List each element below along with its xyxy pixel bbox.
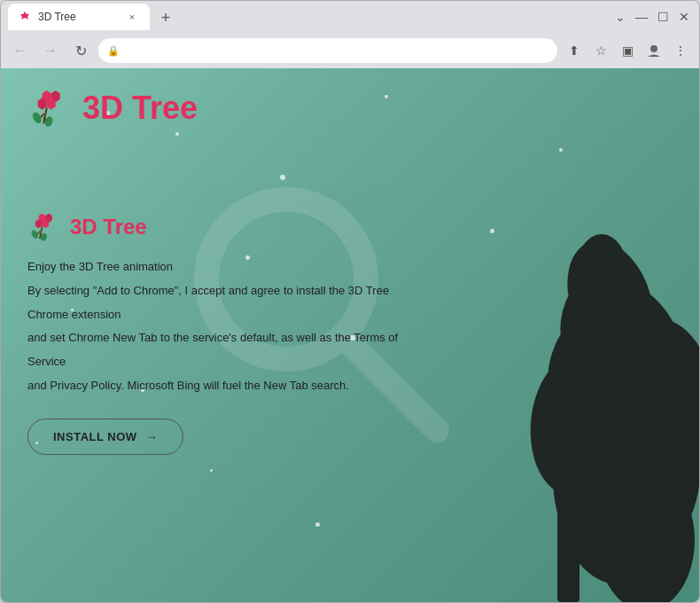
active-tab[interactable]: 3D Tree × <box>8 4 150 30</box>
svg-point-23 <box>31 111 43 125</box>
header-logo-area: 3D Tree <box>27 86 198 130</box>
tree-silhouette <box>451 230 699 602</box>
svg-point-12 <box>575 234 628 314</box>
nav-bar: ← → ↻ 🔒 ⬆ ☆ ▣ ⋮ <box>1 33 699 68</box>
reload-button[interactable]: ↻ <box>68 38 93 63</box>
extensions-button[interactable]: ▣ <box>616 39 639 62</box>
bookmark-button[interactable]: ☆ <box>589 39 612 62</box>
close-window-button[interactable]: ✕ <box>676 10 692 24</box>
description-line-3: Chrome extension <box>27 306 471 325</box>
install-now-label: INSTALL NOW <box>53 430 137 443</box>
forward-button[interactable]: → <box>38 38 63 63</box>
tab-favicon <box>19 11 31 23</box>
description-line-5: Service <box>27 353 471 372</box>
svg-marker-0 <box>20 12 29 20</box>
snowflake <box>315 522 320 527</box>
menu-button[interactable]: ⋮ <box>669 39 692 62</box>
minimize-button[interactable]: — <box>634 10 649 24</box>
lock-icon: 🔒 <box>107 45 120 57</box>
profile-button[interactable] <box>642 39 665 62</box>
address-bar[interactable]: 🔒 <box>98 38 557 63</box>
svg-point-15 <box>553 398 642 558</box>
header-title: 3D Tree <box>82 90 198 127</box>
description-line-4: and set Chrome New Tab to the service's … <box>27 329 471 348</box>
chevron-icon: ⌄ <box>612 10 628 24</box>
nav-actions: ⬆ ☆ ▣ ⋮ <box>563 39 692 62</box>
header-logo-icon <box>27 86 72 130</box>
content-title: 3D Tree <box>70 215 147 239</box>
content-logo-area: 3D Tree <box>27 210 471 244</box>
install-arrow-icon: → <box>146 430 159 443</box>
window-controls: ⌄ — ☐ ✕ <box>612 10 692 24</box>
content-logo-icon <box>27 210 61 244</box>
description-line-2: By selecting "Add to Chrome", I accept a… <box>27 282 471 301</box>
new-tab-button[interactable]: + <box>153 5 178 30</box>
browser-window: 3D Tree × + ⌄ — ☐ ✕ ← → ↻ 🔒 ⬆ ☆ ▣ <box>0 0 700 603</box>
maximize-button[interactable]: ☐ <box>655 10 671 24</box>
page-content: 3D Tree 3D Tree Enjoy the 3D Tree anim <box>1 68 699 602</box>
svg-point-32 <box>30 229 40 239</box>
share-button[interactable]: ⬆ <box>563 39 586 62</box>
back-button[interactable]: ← <box>8 38 33 63</box>
tab-bar: 3D Tree × + <box>8 4 609 30</box>
description-line-1: Enjoy the 3D Tree animation <box>27 258 471 277</box>
svg-point-1 <box>650 45 657 52</box>
install-now-button[interactable]: INSTALL NOW → <box>27 419 183 455</box>
tab-title: 3D Tree <box>38 11 118 23</box>
title-bar: 3D Tree × + ⌄ — ☐ ✕ <box>1 1 699 33</box>
content-panel: 3D Tree Enjoy the 3D Tree animation By s… <box>27 210 471 455</box>
tab-close-button[interactable]: × <box>125 10 139 24</box>
description-line-6: and Privacy Policy. Microsoft Bing will … <box>27 377 471 395</box>
